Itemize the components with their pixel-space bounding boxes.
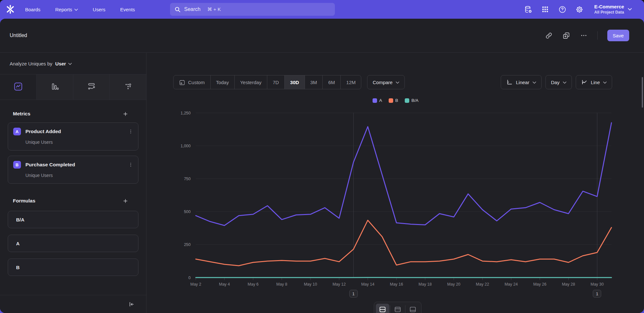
metric-card[interactable]: BPurchase CompletedUnique Users: [8, 156, 138, 184]
duplicate-icon[interactable]: [563, 32, 570, 39]
metric-name: Purchase Completed: [25, 162, 75, 168]
metric-measure[interactable]: Unique Users: [25, 173, 133, 178]
series-line-a[interactable]: [196, 123, 611, 226]
formula-expression: B/A: [16, 217, 24, 222]
x-axis-tick-label: May 30: [591, 282, 604, 287]
copy-link-icon[interactable]: [545, 32, 553, 39]
settings-gear-icon[interactable]: [575, 5, 583, 14]
formula-expression: A: [16, 241, 20, 246]
metric-card[interactable]: AProduct AddedUnique Users: [8, 122, 138, 151]
search-icon: [175, 6, 181, 13]
collapse-sidebar-icon[interactable]: [127, 300, 136, 308]
chart-type-tab-insights-line-chart[interactable]: [0, 74, 36, 100]
metric-card-row: AProduct Added: [13, 128, 133, 135]
trend-line-chart[interactable]: 02505007501,0001,250May 2May 4May 6May 8…: [147, 53, 644, 313]
nav-item-events[interactable]: Events: [120, 7, 135, 12]
split-chart-table-view-icon: [379, 306, 386, 313]
nav-item-label: Reports: [55, 7, 72, 12]
formulas-title: Formulas: [13, 198, 35, 204]
y-axis-tick-label: 0: [188, 276, 191, 280]
chart-view-icon: [409, 306, 416, 313]
search-placeholder: Search: [184, 6, 201, 12]
x-axis-tick-label: May 28: [562, 282, 575, 287]
sidebar-body: Metrics AProduct AddedUnique UsersBPurch…: [0, 100, 146, 295]
analyze-by-value: User: [55, 61, 66, 66]
more-options-icon[interactable]: [580, 32, 588, 39]
annotation-badge[interactable]: 1: [593, 290, 601, 298]
x-axis-tick-label: May 2: [190, 282, 201, 287]
x-axis-tick-label: May 14: [361, 282, 374, 287]
chart-panel: CustomTodayYesterday7D30D3M6M12M Compare…: [147, 53, 644, 313]
y-axis-tick-label: 750: [184, 177, 191, 181]
x-axis-tick-label: May 12: [333, 282, 346, 287]
divider: [390, 305, 390, 313]
top-nav: BoardsReportsUsersEvents Search ⌘ + K: [0, 0, 644, 19]
metric-name: Product Added: [25, 129, 61, 134]
x-axis-tick-label: May 18: [419, 282, 432, 287]
nav-item-label: Events: [120, 7, 135, 12]
x-axis-tick-label: May 4: [219, 282, 230, 287]
x-axis-tick-label: May 20: [447, 282, 460, 287]
add-metric-button[interactable]: [122, 110, 129, 117]
analyze-row: Analyze Uniques by User: [0, 53, 146, 74]
formula-card[interactable]: A: [8, 235, 138, 252]
scrollbar-thumb[interactable]: [642, 77, 643, 108]
x-axis-tick-label: May 10: [304, 282, 317, 287]
table-view-icon: [394, 306, 401, 313]
data-management-icon[interactable]: [524, 5, 532, 14]
view-toggle-table-view[interactable]: [391, 304, 404, 313]
formula-card[interactable]: B: [8, 259, 138, 276]
mixpanel-logo-icon: [6, 5, 15, 14]
view-toggle-split-chart-table-view[interactable]: [376, 304, 389, 313]
series-line-b[interactable]: [196, 220, 611, 266]
project-name: E-Commerce: [594, 4, 624, 10]
nav-item-reports[interactable]: Reports: [55, 7, 78, 12]
sidebar-footer: [0, 295, 146, 313]
insights-line-chart-icon: [14, 82, 23, 92]
search-input[interactable]: Search ⌘ + K: [170, 3, 335, 16]
mixpanel-logo[interactable]: [0, 5, 21, 14]
y-axis-tick-label: 1,000: [181, 144, 191, 148]
flows-icon: [87, 82, 96, 92]
report-title[interactable]: Untitled: [10, 33, 27, 38]
chart-type-tab-flows[interactable]: [73, 74, 110, 100]
x-axis-tick-label: May 6: [248, 282, 259, 287]
funnels-bars-icon: [51, 83, 59, 92]
metric-measure[interactable]: Unique Users: [25, 140, 133, 145]
nav-item-label: Boards: [25, 7, 41, 12]
apps-grid-icon[interactable]: [541, 5, 549, 14]
x-axis-tick-label: May 24: [505, 282, 518, 287]
nav-item-boards[interactable]: Boards: [25, 7, 41, 12]
x-axis-tick-label: May 26: [533, 282, 546, 287]
nav-item-users[interactable]: Users: [93, 7, 105, 12]
formula-card[interactable]: B/A: [8, 211, 138, 228]
chart-type-tab-funnels-bars[interactable]: [36, 74, 73, 100]
view-mode-toggles: [374, 302, 421, 313]
annotation-badge[interactable]: 1: [349, 290, 358, 298]
divider: [597, 31, 598, 40]
formulas-section-head: Formulas: [13, 197, 129, 204]
kebab-menu-icon[interactable]: [127, 128, 134, 135]
add-formula-button[interactable]: [122, 197, 129, 204]
chart-type-tab-retention-dots[interactable]: [109, 74, 146, 100]
mixpanel-app: BoardsReportsUsersEvents Search ⌘ + K: [0, 0, 644, 313]
nav-item-label: Users: [93, 7, 105, 12]
divider: [405, 305, 405, 313]
x-axis-tick-label: May 8: [276, 282, 287, 287]
search-shortcut: ⌘ + K: [207, 6, 221, 12]
chevron-down-icon: [628, 8, 632, 11]
y-axis-tick-label: 250: [184, 242, 191, 247]
project-scope: All Project Data: [594, 10, 624, 15]
project-switcher[interactable]: E-Commerce All Project Data: [594, 4, 632, 15]
retention-dots-icon: [124, 83, 132, 92]
help-icon[interactable]: [558, 5, 566, 14]
chevron-down-icon: [74, 9, 78, 11]
x-axis-tick-label: May 16: [390, 282, 403, 287]
view-toggle-chart-view[interactable]: [406, 304, 420, 313]
nav-right-actions: E-Commerce All Project Data: [524, 0, 632, 19]
kebab-menu-icon[interactable]: [127, 161, 134, 168]
chevron-down-icon: [68, 63, 72, 65]
analyze-label: Analyze Uniques by: [10, 61, 52, 66]
analyze-by-dropdown[interactable]: User: [55, 61, 72, 66]
save-button[interactable]: Save: [607, 30, 629, 41]
